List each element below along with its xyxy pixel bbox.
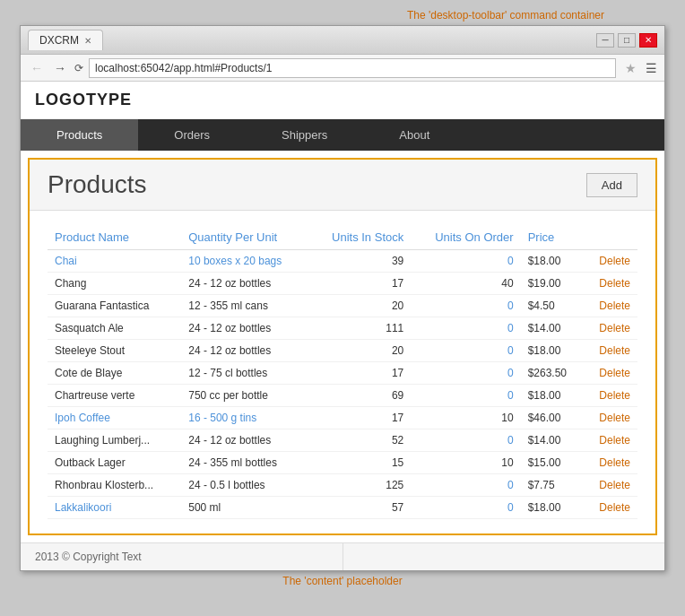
table-row: Chai 10 boxes x 20 bags 39 0 $18.00 Dele… bbox=[48, 250, 637, 273]
cell-units-order: 0 bbox=[411, 317, 520, 340]
refresh-button[interactable]: ⟳ bbox=[74, 62, 83, 74]
cell-product-name: Cote de Blaye bbox=[48, 362, 181, 385]
maximize-button[interactable]: □ bbox=[618, 33, 636, 48]
cell-price: $18.00 bbox=[521, 385, 584, 407]
cell-units-order: 0 bbox=[411, 474, 520, 497]
cell-qty-per-unit[interactable]: 16 - 500 g tins bbox=[181, 407, 308, 429]
table-row: Sasquatch Ale 24 - 12 oz bottles 111 0 $… bbox=[48, 317, 637, 340]
delete-link[interactable]: Delete bbox=[599, 255, 630, 267]
cell-price: $46.00 bbox=[521, 407, 584, 429]
tab-orders[interactable]: Orders bbox=[138, 119, 246, 151]
cell-price: $263.50 bbox=[521, 362, 584, 385]
cell-price: $4.50 bbox=[521, 295, 584, 317]
table-row: Cote de Blaye 12 - 75 cl bottles 17 0 $2… bbox=[48, 362, 637, 385]
tab-about[interactable]: About bbox=[363, 119, 465, 151]
browser-tab[interactable]: DXCRM ✕ bbox=[28, 30, 103, 50]
cell-product-name[interactable]: Lakkalikoori bbox=[48, 497, 181, 519]
back-button[interactable]: ← bbox=[28, 61, 46, 75]
tab-shippers[interactable]: Shippers bbox=[246, 119, 363, 151]
cell-qty-per-unit: 24 - 12 oz bottles bbox=[181, 317, 308, 340]
col-actions bbox=[584, 225, 637, 250]
table-row: Chartreuse verte 750 cc per bottle 69 0 … bbox=[48, 385, 637, 407]
table-row: Lakkalikoori 500 ml 57 0 $18.00 Delete bbox=[48, 497, 637, 519]
cell-price: $14.00 bbox=[521, 317, 584, 340]
cell-product-name: Chartreuse verte bbox=[48, 385, 181, 407]
add-button[interactable]: Add bbox=[586, 173, 637, 197]
table-row: Chang 24 - 12 oz bottles 17 40 $19.00 De… bbox=[48, 273, 637, 295]
cell-units-order: 0 bbox=[411, 497, 520, 519]
delete-link[interactable]: Delete bbox=[599, 367, 630, 379]
cell-product-name: Guarana Fantastica bbox=[48, 295, 181, 317]
cell-units-order: 0 bbox=[411, 295, 520, 317]
cell-delete: Delete bbox=[584, 429, 637, 452]
cell-units-order: 40 bbox=[411, 273, 520, 295]
cell-product-name[interactable]: Chai bbox=[48, 250, 181, 273]
delete-link[interactable]: Delete bbox=[599, 479, 630, 491]
menu-icon[interactable]: ☰ bbox=[646, 61, 657, 75]
cell-delete: Delete bbox=[584, 452, 637, 474]
page-header: Products Add bbox=[30, 160, 655, 211]
delete-link[interactable]: Delete bbox=[599, 501, 630, 514]
delete-link[interactable]: Delete bbox=[599, 299, 630, 312]
bookmark-icon[interactable]: ★ bbox=[625, 61, 637, 75]
cell-units-stock: 20 bbox=[308, 295, 411, 317]
col-units-stock: Units In Stock bbox=[308, 225, 411, 250]
cell-price: $15.00 bbox=[521, 452, 584, 474]
cell-product-name[interactable]: Ipoh Coffee bbox=[48, 407, 181, 429]
cell-units-stock: 20 bbox=[308, 340, 411, 362]
cell-units-stock: 111 bbox=[308, 317, 411, 340]
cell-units-stock: 69 bbox=[308, 385, 411, 407]
cell-units-order: 0 bbox=[411, 429, 520, 452]
tab-products[interactable]: Products bbox=[21, 119, 138, 151]
table-row: Ipoh Coffee 16 - 500 g tins 17 10 $46.00… bbox=[48, 407, 637, 429]
minimize-button[interactable]: ─ bbox=[596, 33, 614, 48]
cell-units-stock: 39 bbox=[308, 250, 411, 273]
table-row: Guarana Fantastica 12 - 355 ml cans 20 0… bbox=[48, 295, 637, 317]
products-table: Product Name Quantity Per Unit Units In … bbox=[48, 225, 637, 519]
cell-units-stock: 17 bbox=[308, 362, 411, 385]
footer-copyright: 2013 © Copyright Text bbox=[21, 543, 343, 570]
cell-qty-per-unit: 24 - 12 oz bottles bbox=[181, 340, 308, 362]
cell-delete: Delete bbox=[584, 273, 637, 295]
cell-units-order: 0 bbox=[411, 250, 520, 273]
url-input[interactable]: localhost:65042/app.html#Products/1 bbox=[89, 58, 616, 78]
delete-link[interactable]: Delete bbox=[599, 456, 630, 469]
cell-units-stock: 15 bbox=[308, 452, 411, 474]
browser-window: DXCRM ✕ ─ □ ✕ ← → ⟳ localhost:65042/app.… bbox=[20, 25, 665, 571]
col-product-name: Product Name bbox=[48, 225, 181, 250]
cell-units-stock: 17 bbox=[308, 407, 411, 429]
cell-qty-per-unit: 750 cc per bottle bbox=[181, 385, 308, 407]
delete-link[interactable]: Delete bbox=[599, 322, 630, 334]
cell-product-name: Chang bbox=[48, 273, 181, 295]
cell-delete: Delete bbox=[584, 407, 637, 429]
tab-close-icon[interactable]: ✕ bbox=[84, 36, 91, 46]
close-button[interactable]: ✕ bbox=[639, 33, 657, 48]
cell-delete: Delete bbox=[584, 295, 637, 317]
delete-link[interactable]: Delete bbox=[599, 277, 630, 290]
cell-units-order: 10 bbox=[411, 407, 520, 429]
cell-price: $7.75 bbox=[521, 474, 584, 497]
forward-button[interactable]: → bbox=[51, 61, 69, 75]
delete-link[interactable]: Delete bbox=[599, 344, 630, 357]
logo-bar: LOGOTYPE bbox=[21, 82, 664, 119]
col-units-order: Units On Order bbox=[411, 225, 520, 250]
annotation-bottom: The 'content' placeholder bbox=[282, 575, 402, 587]
cell-qty-per-unit: 500 ml bbox=[181, 497, 308, 519]
cell-product-name: Sasquatch Ale bbox=[48, 317, 181, 340]
cell-product-name: Laughing Lumberj... bbox=[48, 429, 181, 452]
cell-units-stock: 57 bbox=[308, 497, 411, 519]
col-price: Price bbox=[521, 225, 584, 250]
table-header-row: Product Name Quantity Per Unit Units In … bbox=[48, 225, 637, 250]
app-content: LOGOTYPE Products Orders Shippers About … bbox=[21, 82, 664, 570]
cell-price: $14.00 bbox=[521, 429, 584, 452]
delete-link[interactable]: Delete bbox=[599, 412, 630, 424]
cell-qty-per-unit[interactable]: 10 boxes x 20 bags bbox=[181, 250, 308, 273]
url-text: localhost:65042/app.html#Products/1 bbox=[95, 62, 272, 74]
cell-price: $18.00 bbox=[521, 340, 584, 362]
cell-delete: Delete bbox=[584, 317, 637, 340]
table-row: Steeleye Stout 24 - 12 oz bottles 20 0 $… bbox=[48, 340, 637, 362]
cell-delete: Delete bbox=[584, 250, 637, 273]
delete-link[interactable]: Delete bbox=[599, 389, 630, 402]
delete-link[interactable]: Delete bbox=[599, 434, 630, 447]
cell-price: $19.00 bbox=[521, 273, 584, 295]
